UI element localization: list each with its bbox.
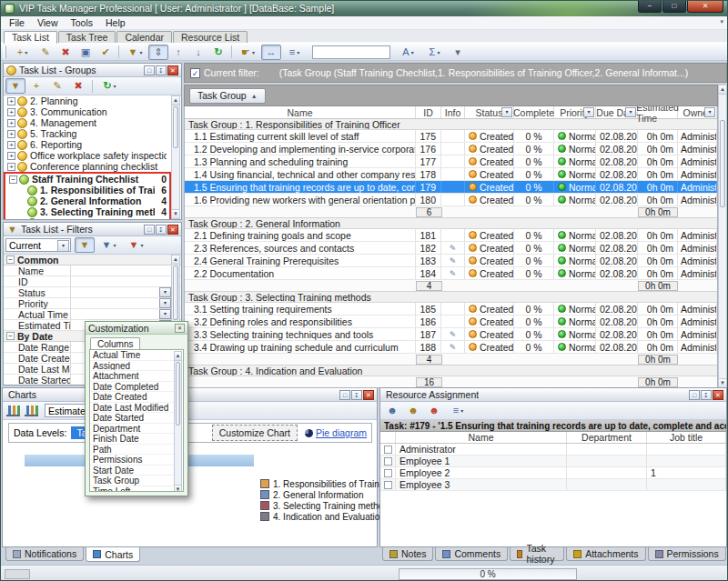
column-list-item[interactable]: Date Completed	[90, 382, 183, 393]
edit-filter-button[interactable]: ▼	[96, 237, 122, 253]
delete-task-button[interactable]: ✖	[56, 45, 76, 60]
scroll-up-icon[interactable]: ▲	[172, 255, 179, 265]
expand-collapse-button[interactable]: ⇕	[148, 45, 168, 60]
edit-assignment-button[interactable]: ☻	[403, 403, 423, 418]
undock-panel-icon[interactable]: □	[689, 390, 700, 400]
resource-row[interactable]: Employee 1	[380, 456, 726, 467]
tree-item[interactable]: + 6. Reporting 0	[4, 139, 181, 150]
assign-resource-button[interactable]: ☛	[235, 45, 261, 60]
clear-filter-button[interactable]: ▼	[123, 237, 149, 253]
popup-scrollbar[interactable]: ▲ ▼	[174, 351, 182, 492]
filter-dropdown-icon[interactable]: ▾	[583, 107, 594, 117]
new-task-button[interactable]: +	[9, 45, 35, 60]
tree-item[interactable]: 1. Responsibilities of Training Officer …	[5, 185, 169, 195]
column-header[interactable]: Priority ▾	[554, 106, 596, 118]
customize-chart-button[interactable]: Customize Chart	[212, 425, 298, 441]
menu-item[interactable]: File	[3, 16, 31, 29]
group-header-row[interactable]: Task Group : 2. General Information	[185, 218, 717, 229]
checkbox[interactable]	[384, 469, 392, 477]
main-tab[interactable]: Task List	[4, 31, 57, 44]
close-button[interactable]: ✕	[687, 1, 723, 13]
table-row[interactable]: 3.3 Selecting training techniques and to…	[185, 328, 717, 341]
table-row[interactable]: 2.2 Documentation 184 ✎ Created 0 % Norm…	[185, 267, 717, 280]
scrollbar-thumb[interactable]	[173, 265, 178, 320]
expander-icon[interactable]: +	[7, 152, 15, 160]
table-row[interactable]: 1.2 Developing and implementing in-servi…	[185, 143, 717, 155]
fit-columns-button[interactable]: ↔	[261, 45, 281, 60]
column-header[interactable]: Estimated Time ▾	[638, 106, 678, 118]
minimize-button[interactable]: −	[638, 1, 662, 13]
complete-task-button[interactable]: ✔	[96, 45, 116, 60]
pie-diagram-link[interactable]: Pie diagram	[316, 427, 367, 438]
filter-dropdown-icon[interactable]: ▾	[501, 107, 512, 117]
filter-tasks-button[interactable]: ▼	[122, 45, 148, 60]
filter-dropdown-icon[interactable]: ▾	[625, 107, 636, 117]
column-list-item[interactable]: Start Date	[90, 466, 183, 476]
column-header[interactable]: Owner ▾	[678, 106, 717, 118]
remove-assignment-button[interactable]: ☻	[424, 403, 444, 418]
menu-item[interactable]: Help	[99, 16, 132, 29]
tab-task-history[interactable]: Task history	[510, 547, 564, 561]
refresh-button[interactable]: ↻	[208, 45, 228, 60]
table-row[interactable]: 2.3 References, sources and contacts 182…	[185, 242, 717, 255]
column-header[interactable]: Name	[396, 432, 567, 443]
tree-item[interactable]: + Office workplace safety inspection che…	[4, 150, 181, 161]
scrollbar-thumb[interactable]	[176, 362, 180, 426]
collapse-icon[interactable]: −	[6, 255, 15, 264]
column-list-item[interactable]: Time Left	[90, 486, 183, 493]
column-header[interactable]: Job title	[647, 432, 726, 443]
tree-item[interactable]: 4. Indication and Evaluation 2	[5, 217, 169, 219]
pin-panel-icon[interactable]: ↧	[156, 65, 167, 75]
column-header[interactable]: Due Date ▾	[596, 106, 638, 118]
group-by-chip[interactable]: Task Group ▲	[189, 88, 266, 104]
tree-item[interactable]: + Conference planning checklist 0	[4, 161, 181, 172]
tree-scrollbar[interactable]: ▲ ▼	[171, 95, 180, 219]
filter-row[interactable]: Name ▾	[4, 265, 181, 276]
tab-attachments[interactable]: Attachments	[566, 547, 645, 561]
tab-permissions[interactable]: Permissions	[648, 547, 726, 561]
edit-group-button[interactable]: ✎	[47, 78, 67, 94]
column-list-item[interactable]: Path	[90, 445, 183, 456]
collapse-icon[interactable]: −	[6, 332, 15, 340]
scroll-down-icon[interactable]: ▼	[175, 485, 181, 492]
scroll-down-icon[interactable]: ▼	[172, 209, 179, 218]
tree-item[interactable]: 3. Selecting Training methods 4	[5, 206, 169, 217]
tab-comments[interactable]: Comments	[435, 547, 508, 561]
tab-columns[interactable]: Columns	[90, 337, 140, 349]
column-header[interactable]: Info ▾	[441, 106, 465, 118]
column-list-item[interactable]: Assigned	[90, 361, 183, 372]
tab-notes[interactable]: Notes	[382, 547, 433, 561]
pin-panel-icon[interactable]: ↧	[351, 390, 362, 400]
filter-checkbox[interactable]: ✓	[190, 68, 200, 78]
line-chart-icon[interactable]	[25, 406, 38, 416]
undock-panel-icon[interactable]: □	[144, 65, 155, 75]
search-input[interactable]	[312, 45, 390, 59]
column-header[interactable]: ID ▾	[416, 106, 441, 118]
scrollbar-thumb[interactable]	[720, 120, 725, 207]
move-down-button[interactable]: ↓	[188, 45, 208, 60]
sort-az-button[interactable]: A	[395, 45, 421, 60]
toolbar-overflow-button[interactable]: ▾	[448, 45, 468, 60]
assign-resource-button[interactable]: ☻	[382, 403, 402, 418]
dropdown-icon[interactable]: ▾	[159, 298, 171, 308]
resource-row[interactable]: Employee 2 1	[380, 467, 726, 479]
table-row[interactable]: 3.4 Drawing up training schedule and cur…	[185, 341, 717, 354]
checkbox[interactable]	[384, 481, 392, 489]
expander-icon[interactable]: −	[9, 175, 17, 184]
table-row[interactable]: 3.1 Setting training requirements 185 Cr…	[185, 303, 717, 316]
tree-item[interactable]: + 4. Management 0	[4, 117, 181, 128]
expander-icon[interactable]: +	[7, 97, 15, 105]
filter-row[interactable]: Status ▾	[4, 287, 181, 298]
table-row[interactable]: 1.6 Providing new workers with general o…	[185, 194, 717, 206]
close-panel-icon[interactable]: ✕	[713, 390, 723, 400]
table-row[interactable]: 2.4 General Training Prerequisites 183 ✎…	[185, 255, 717, 267]
column-list-item[interactable]: Department	[90, 424, 183, 435]
undock-panel-icon[interactable]: □	[339, 390, 350, 400]
resource-row[interactable]: Employee 3	[380, 479, 726, 491]
refresh-groups-button[interactable]: ↻	[96, 78, 123, 94]
main-tab[interactable]: Task Tree	[58, 31, 116, 43]
table-scrollbar[interactable]: ▲ ▼	[718, 85, 727, 388]
column-list-item[interactable]: Permissions	[90, 455, 183, 466]
group-header-row[interactable]: Task Group : 4. Indication and Evaluatio…	[185, 366, 717, 376]
scroll-up-icon[interactable]: ▲	[175, 352, 181, 361]
